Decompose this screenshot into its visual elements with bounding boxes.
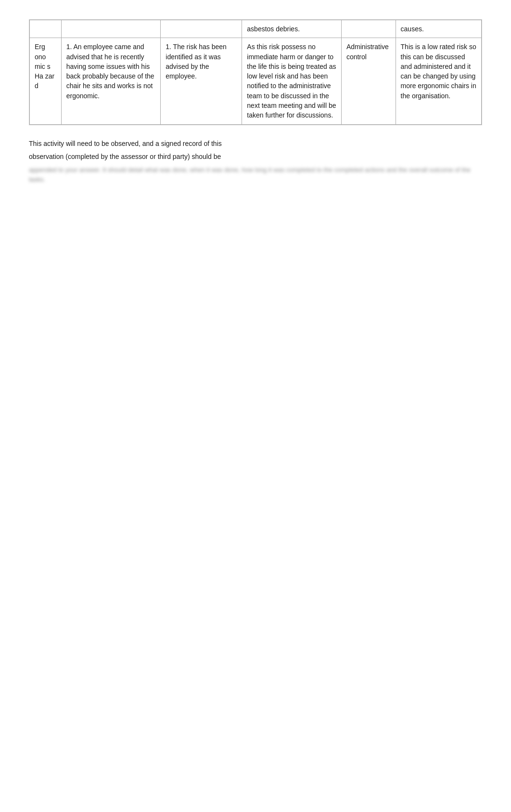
table-row: Erg ono mic s Ha zar d 1. An employee ca… <box>30 38 482 124</box>
header-col5 <box>341 20 396 38</box>
cell-control-description: This is a low rated risk so this can be … <box>396 38 481 124</box>
cell-risk-identified: 1. The risk has been identified as it wa… <box>161 38 242 124</box>
header-col4: asbestos debries. <box>242 20 342 38</box>
cell-risk-assessment: As this risk possess no immediate harm o… <box>242 38 342 124</box>
table-header-row: asbestos debries. causes. <box>30 20 482 38</box>
risk-table-wrapper: asbestos debries. causes. Erg ono mic s … <box>29 19 482 125</box>
header-col2 <box>61 20 161 38</box>
header-col6: causes. <box>396 20 481 38</box>
risk-table: asbestos debries. causes. Erg ono mic s … <box>29 20 482 125</box>
footer-line1: This activity will need to be observed, … <box>29 139 482 149</box>
footer-line2: observation (completed by the assessor o… <box>29 152 482 162</box>
footer-blurred: appended to your answer. It should detai… <box>29 165 482 184</box>
header-col1 <box>30 20 62 38</box>
cell-control-type: Administrative control <box>341 38 396 124</box>
footer-text: This activity will need to be observed, … <box>29 139 482 184</box>
header-col3 <box>161 20 242 38</box>
cell-hazard-description: 1. An employee came and advised that he … <box>61 38 161 124</box>
cell-hazard-type: Erg ono mic s Ha zar d <box>30 38 62 124</box>
page-container: asbestos debries. causes. Erg ono mic s … <box>29 19 482 184</box>
